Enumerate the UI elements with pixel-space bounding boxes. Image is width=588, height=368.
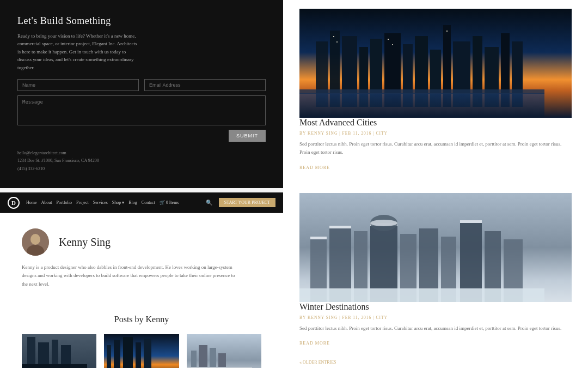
right-post-meta-1: BY KENNY SING | FEB 11, 2016 | CITY	[299, 131, 572, 136]
post-image-2	[104, 334, 179, 368]
author-section: Kenny Sing Kenny is a product designer w…	[0, 213, 283, 304]
svg-rect-55	[310, 237, 327, 239]
right-post-image-2	[299, 193, 572, 302]
nav-bar: D Home About Portfolio Project Services …	[0, 192, 283, 213]
author-name: Kenny Sing	[59, 236, 111, 249]
contact-email: hello@elegantarchitect.com	[17, 149, 266, 157]
svg-point-61	[370, 220, 397, 226]
nav-shop[interactable]: Shop ▾	[112, 200, 124, 205]
svg-rect-12	[123, 337, 133, 368]
nav-links: Home About Portfolio Project Services Sh…	[26, 200, 199, 205]
author-bio: Kenny is a product designer who also dab…	[22, 263, 240, 288]
svg-rect-19	[218, 353, 226, 368]
svg-rect-37	[333, 36, 334, 37]
nav-logo[interactable]: D	[8, 197, 20, 209]
svg-rect-14	[144, 339, 151, 368]
right-post-title-2: Winter Destinations	[299, 302, 572, 312]
right-panel: Most Advanced Cities BY KENNY SING | FEB…	[283, 0, 588, 368]
name-input[interactable]	[17, 79, 139, 91]
svg-rect-5	[38, 342, 49, 368]
nav-blog[interactable]: Blog	[128, 200, 137, 205]
svg-rect-16	[191, 351, 197, 368]
contact-title: Let's Build Something	[17, 15, 266, 27]
svg-rect-4	[27, 337, 35, 368]
submit-row: SUBMIT	[17, 130, 266, 142]
nav-services[interactable]: Services	[93, 200, 108, 205]
svg-rect-41	[446, 31, 448, 32]
nav-project[interactable]: Project	[76, 200, 89, 205]
author-header: Kenny Sing	[22, 228, 261, 256]
nav-cart[interactable]: 🛒 0 Items	[160, 200, 179, 205]
right-spacer-top	[299, 0, 572, 9]
svg-rect-17	[199, 345, 207, 368]
contact-phone: (415) 332-6210	[17, 165, 266, 173]
svg-rect-40	[392, 44, 393, 45]
right-post-title-1: Most Advanced Cities	[299, 118, 572, 128]
left-panel: Let's Build Something Ready to bring you…	[0, 0, 283, 368]
svg-rect-13	[136, 342, 141, 368]
contact-section: Let's Build Something Ready to bring you…	[0, 0, 283, 188]
svg-rect-56	[329, 226, 351, 228]
post-image-1	[22, 334, 96, 368]
right-read-more-1[interactable]: READ MORE	[299, 165, 330, 170]
svg-rect-18	[210, 348, 216, 368]
nav-about[interactable]: About	[41, 200, 52, 205]
post-image-3	[187, 334, 261, 368]
avatar	[22, 228, 49, 256]
nav-cta-button[interactable]: START YOUR PROJECT	[219, 198, 275, 207]
contact-address: 1234 Doe St. #1000, San Francisco, CA 94…	[17, 157, 266, 165]
svg-rect-6	[52, 340, 58, 368]
right-post-excerpt-2: Sed porttitor lectus nibh. Proin eget to…	[299, 324, 572, 333]
right-spacer-mid	[299, 184, 572, 193]
message-textarea[interactable]	[17, 95, 266, 125]
posts-section: Posts by Kenny CITY The View from Up Abo	[0, 304, 283, 368]
right-post-1: Most Advanced Cities BY KENNY SING | FEB…	[299, 9, 572, 171]
older-entries-right[interactable]: « OLDER ENTRIES	[299, 360, 572, 365]
spacer-1	[0, 188, 283, 192]
right-read-more-2[interactable]: READ MORE	[299, 341, 330, 346]
posts-title: Posts by Kenny	[22, 315, 261, 324]
svg-rect-38	[336, 41, 338, 43]
contact-form-top-row	[17, 79, 266, 91]
nav-home[interactable]: Home	[26, 200, 37, 205]
right-post-meta-2: BY KENNY SING | FEB 11, 2016 | CITY	[299, 315, 572, 320]
post-card-1: CITY The View from Up Above BY KENNY SIN…	[22, 334, 96, 368]
post-card-3: CITY Winter Destinations BY KENNY SING |…	[187, 334, 261, 368]
svg-point-1	[30, 234, 40, 245]
nav-contact[interactable]: Contact	[142, 200, 155, 205]
svg-rect-43	[299, 89, 544, 94]
post-card-2: CITY Most Advanced Cities BY KENNY SING …	[104, 334, 179, 368]
svg-rect-58	[460, 220, 482, 223]
svg-rect-10	[107, 345, 111, 368]
svg-rect-59	[299, 288, 544, 302]
svg-rect-42	[299, 93, 544, 118]
nav-portfolio[interactable]: Portfolio	[57, 200, 72, 205]
svg-rect-39	[388, 39, 389, 40]
posts-grid: CITY The View from Up Above BY KENNY SIN…	[22, 334, 261, 368]
right-post-2: Winter Destinations BY KENNY SING | FEB …	[299, 193, 572, 347]
contact-intro: Ready to bring your vision to life? Whet…	[17, 32, 137, 71]
search-icon[interactable]: 🔍	[206, 200, 212, 206]
right-post-excerpt-1: Sed porttitor lectus nibh. Proin eget to…	[299, 140, 572, 157]
svg-rect-11	[114, 340, 120, 368]
email-input[interactable]	[144, 79, 266, 91]
svg-rect-8	[22, 364, 87, 368]
contact-info: hello@elegantarchitect.com 1234 Doe St. …	[17, 149, 266, 173]
submit-button[interactable]: SUBMIT	[229, 130, 266, 142]
right-post-image-1	[299, 9, 572, 118]
